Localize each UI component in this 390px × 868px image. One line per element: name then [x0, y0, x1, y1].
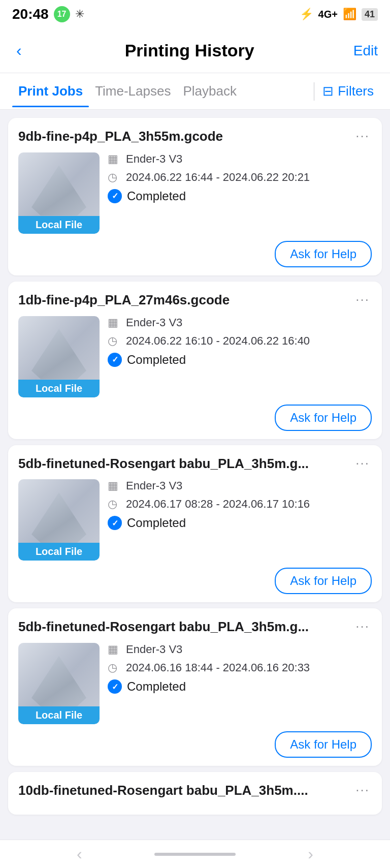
status-label: Completed — [127, 353, 186, 367]
signal-icon: 📶 — [343, 8, 356, 21]
time-row: ◷ 2024.06.16 18:44 - 2024.06.16 20:33 — [108, 661, 372, 674]
printer-name: Ender-3 V3 — [126, 152, 182, 166]
thumbnail-label: Local File — [18, 543, 100, 561]
check-icon: ✓ — [112, 355, 118, 364]
job-header: 5db-finetuned-Rosengart babu_PLA_3h5m.g.… — [18, 455, 372, 473]
job-title: 10db-finetuned-Rosengart babu_PLA_3h5m..… — [18, 782, 347, 799]
status-bar: 20:48 17 ✳ ⚡ 4G+ 📶 41 — [0, 0, 390, 28]
home-bar: ‹ › — [0, 840, 390, 868]
job-header: 9db-fine-p4p_PLA_3h55m.gcode ··· — [18, 128, 372, 145]
job-title: 9db-fine-p4p_PLA_3h55m.gcode — [18, 128, 347, 145]
status-check: ✓ — [108, 189, 122, 203]
job-card: 5db-finetuned-Rosengart babu_PLA_3h5m.g.… — [8, 608, 382, 766]
job-header: 5db-finetuned-Rosengart babu_PLA_3h5m.g.… — [18, 618, 372, 636]
ask-help-button[interactable]: Ask for Help — [275, 405, 372, 431]
time-range: 2024.06.22 16:44 - 2024.06.22 20:21 — [126, 171, 310, 184]
status-label: Completed — [127, 189, 186, 203]
job-details: ▦ Ender-3 V3 ◷ 2024.06.17 08:28 - 2024.0… — [108, 479, 372, 530]
status-check: ✓ — [108, 679, 122, 694]
job-card: 1db-fine-p4p_PLA_27m46s.gcode ··· Local … — [8, 282, 382, 439]
clock-icon: ◷ — [108, 171, 121, 184]
printer-row: ▦ Ender-3 V3 — [108, 643, 372, 656]
status-row: ✓ Completed — [108, 189, 372, 203]
job-body: Local File ▦ Ender-3 V3 ◷ 2024.06.16 18:… — [18, 643, 372, 724]
job-title: 5db-finetuned-Rosengart babu_PLA_3h5m.g.… — [18, 618, 347, 636]
check-icon: ✓ — [112, 191, 118, 201]
clock-icon: ◷ — [108, 498, 121, 511]
status-time: 20:48 — [12, 6, 49, 22]
printer-row: ▦ Ender-3 V3 — [108, 479, 372, 492]
tab-print-jobs[interactable]: Print Jobs — [12, 75, 89, 107]
printer-icon: ▦ — [108, 316, 121, 329]
job-details: ▦ Ender-3 V3 ◷ 2024.06.16 18:44 - 2024.0… — [108, 643, 372, 694]
tab-time-lapses[interactable]: Time-Lapses — [89, 75, 177, 107]
job-body: Local File ▦ Ender-3 V3 ◷ 2024.06.22 16:… — [18, 152, 372, 234]
job-footer: Ask for Help — [18, 568, 372, 594]
job-body: Local File ▦ Ender-3 V3 ◷ 2024.06.22 16:… — [18, 316, 372, 397]
status-row: ✓ Completed — [108, 516, 372, 530]
time-row: ◷ 2024.06.22 16:10 - 2024.06.22 16:40 — [108, 334, 372, 348]
nav-forward-icon[interactable]: › — [308, 845, 313, 863]
status-check: ✓ — [108, 353, 122, 367]
time-range: 2024.06.17 08:28 - 2024.06.17 10:16 — [126, 498, 310, 511]
printer-name: Ender-3 V3 — [126, 316, 182, 329]
clock-icon: ◷ — [108, 334, 121, 348]
ask-help-button[interactable]: Ask for Help — [275, 568, 372, 594]
printer-icon: ▦ — [108, 152, 121, 166]
job-card: 5db-finetuned-Rosengart babu_PLA_3h5m.g.… — [8, 445, 382, 603]
status-label: Completed — [127, 516, 186, 530]
job-card: 10db-finetuned-Rosengart babu_PLA_3h5m..… — [8, 772, 382, 815]
job-menu-button[interactable]: ··· — [353, 128, 372, 144]
ask-help-button[interactable]: Ask for Help — [275, 731, 372, 758]
job-thumbnail: Local File — [18, 316, 100, 397]
printer-row: ▦ Ender-3 V3 — [108, 152, 372, 166]
job-header: 10db-finetuned-Rosengart babu_PLA_3h5m..… — [18, 782, 372, 799]
printer-name: Ender-3 V3 — [126, 643, 182, 656]
notification-badge: 17 — [54, 6, 70, 22]
status-check: ✓ — [108, 516, 122, 530]
job-thumbnail: Local File — [18, 479, 100, 561]
job-footer: Ask for Help — [18, 731, 372, 758]
tab-playback[interactable]: Playback — [177, 75, 243, 107]
filter-icon: ⊟ — [322, 83, 334, 99]
home-indicator[interactable] — [154, 853, 236, 856]
job-header: 1db-fine-p4p_PLA_27m46s.gcode ··· — [18, 292, 372, 309]
job-title: 5db-finetuned-Rosengart babu_PLA_3h5m.g.… — [18, 455, 347, 473]
job-menu-button[interactable]: ··· — [353, 292, 372, 307]
job-footer: Ask for Help — [18, 405, 372, 431]
settings-icon: ✳ — [75, 8, 84, 21]
thumbnail-label: Local File — [18, 216, 100, 234]
network-label: 4G+ — [318, 9, 338, 20]
status-right-icons: ⚡ 4G+ 📶 41 — [300, 8, 378, 21]
printer-row: ▦ Ender-3 V3 — [108, 316, 372, 329]
check-icon: ✓ — [112, 682, 118, 692]
filter-button[interactable]: ⊟ Filters — [318, 79, 378, 103]
job-details: ▦ Ender-3 V3 ◷ 2024.06.22 16:10 - 2024.0… — [108, 316, 372, 367]
printer-icon: ▦ — [108, 479, 121, 492]
time-range: 2024.06.22 16:10 - 2024.06.22 16:40 — [126, 334, 310, 348]
printer-icon: ▦ — [108, 643, 121, 656]
check-icon: ✓ — [112, 518, 118, 528]
status-row: ✓ Completed — [108, 679, 372, 694]
job-footer: Ask for Help — [18, 241, 372, 267]
nav-back-icon[interactable]: ‹ — [77, 845, 82, 863]
job-thumbnail: Local File — [18, 643, 100, 724]
job-menu-button[interactable]: ··· — [353, 455, 372, 471]
edit-button[interactable]: Edit — [353, 43, 378, 59]
job-menu-button[interactable]: ··· — [353, 618, 372, 634]
status-label: Completed — [127, 679, 186, 694]
job-card: 9db-fine-p4p_PLA_3h55m.gcode ··· Local F… — [8, 118, 382, 275]
bluetooth-icon: ⚡ — [300, 8, 313, 21]
time-row: ◷ 2024.06.17 08:28 - 2024.06.17 10:16 — [108, 498, 372, 511]
job-title: 1db-fine-p4p_PLA_27m46s.gcode — [18, 292, 347, 309]
job-details: ▦ Ender-3 V3 ◷ 2024.06.22 16:44 - 2024.0… — [108, 152, 372, 203]
thumbnail-label: Local File — [18, 706, 100, 724]
ask-help-button[interactable]: Ask for Help — [275, 241, 372, 267]
header: ‹ Printing History Edit — [0, 28, 390, 73]
jobs-list: 9db-fine-p4p_PLA_3h55m.gcode ··· Local F… — [0, 110, 390, 823]
battery-indicator: 41 — [362, 8, 378, 21]
thumbnail-label: Local File — [18, 380, 100, 397]
page-title: Printing History — [125, 41, 254, 60]
back-button[interactable]: ‹ — [12, 37, 26, 64]
job-menu-button[interactable]: ··· — [353, 782, 372, 798]
